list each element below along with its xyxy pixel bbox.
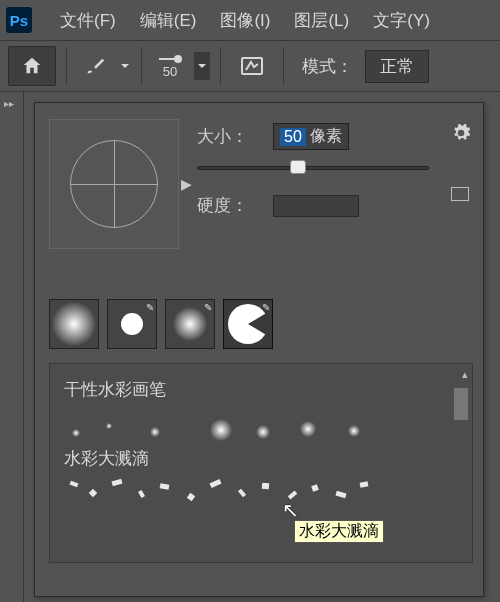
brush-group-2-title[interactable]: 水彩大溅滴 xyxy=(64,447,448,470)
pressure-badge-icon: ✎ xyxy=(204,302,212,313)
home-icon xyxy=(21,55,43,77)
svg-rect-1 xyxy=(159,58,174,60)
pressure-badge-icon: ✎ xyxy=(146,302,154,313)
svg-rect-2 xyxy=(242,58,262,74)
brush-tooltip: 水彩大溅滴 xyxy=(294,520,384,543)
left-dock: ▸▸ xyxy=(0,92,24,602)
recent-brush-3[interactable]: ✎ xyxy=(165,299,215,349)
size-label: 大小： xyxy=(197,125,261,148)
separator xyxy=(141,47,142,85)
svg-point-0 xyxy=(174,55,182,63)
size-input[interactable]: 50 像素 xyxy=(273,123,349,150)
brush-group-1-title[interactable]: 干性水彩画笔 xyxy=(64,378,448,401)
panel-icon xyxy=(240,55,264,77)
blend-mode-label: 模式： xyxy=(302,55,353,78)
menu-edit[interactable]: 编辑(E) xyxy=(130,5,207,36)
brush-angle-preview[interactable]: ▶ xyxy=(49,119,179,249)
brush-preset-panel: ▶ 大小： 50 像素 硬度： xyxy=(34,102,484,597)
brush-group-1-preview[interactable] xyxy=(60,403,448,443)
panel-menu-button[interactable] xyxy=(451,123,471,147)
brush-size-display: 50 xyxy=(163,64,177,79)
app-logo: Ps xyxy=(6,7,32,33)
pressure-badge-icon: ✎ xyxy=(262,302,270,313)
hardness-label: 硬度： xyxy=(197,194,261,217)
brush-icon xyxy=(84,55,106,77)
size-slider[interactable] xyxy=(197,166,429,170)
size-value: 50 xyxy=(280,128,306,146)
scroll-up-icon[interactable]: ▴ xyxy=(462,368,468,381)
options-toolbar: 50 模式： 正常 xyxy=(0,40,500,92)
brush-preset-dropdown[interactable] xyxy=(194,52,210,80)
menu-image[interactable]: 图像(I) xyxy=(210,5,280,36)
hardness-input[interactable] xyxy=(273,195,359,217)
brush-preset-button[interactable]: 50 xyxy=(152,54,188,79)
blend-mode-select[interactable]: 正常 xyxy=(365,50,429,83)
separator xyxy=(66,47,67,85)
recent-brushes: ✎ ✎ ✎ xyxy=(35,299,483,349)
tool-brush-indicator[interactable] xyxy=(77,48,113,84)
brush-tool-dropdown[interactable] xyxy=(119,60,131,72)
flip-brush-button[interactable] xyxy=(451,187,469,201)
preview-play-icon[interactable]: ▶ xyxy=(181,176,192,192)
size-unit: 像素 xyxy=(306,126,342,147)
recent-brush-1[interactable] xyxy=(49,299,99,349)
menu-type[interactable]: 文字(Y) xyxy=(363,5,440,36)
brush-groups-list[interactable]: ▴ 干性水彩画笔 水彩大溅滴 xyxy=(49,363,473,563)
chevron-down-icon xyxy=(119,60,131,72)
brush-group-2-preview[interactable] xyxy=(60,472,448,508)
preview-circle xyxy=(70,140,158,228)
menu-file[interactable]: 文件(F) xyxy=(50,5,126,36)
expand-dock-icon[interactable]: ▸▸ xyxy=(4,98,14,109)
chevron-down-icon xyxy=(196,60,208,72)
brush-tip-icon xyxy=(157,54,183,64)
brush-settings-toggle[interactable] xyxy=(231,48,273,84)
menubar: Ps 文件(F) 编辑(E) 图像(I) 图层(L) 文字(Y) xyxy=(0,0,500,40)
workspace: ▸▸ ▶ 大小： 50 像素 硬度： xyxy=(0,92,500,602)
home-button[interactable] xyxy=(8,46,56,86)
size-slider-thumb[interactable] xyxy=(290,160,306,174)
separator xyxy=(283,47,284,85)
separator xyxy=(220,47,221,85)
menu-layer[interactable]: 图层(L) xyxy=(284,5,359,36)
gear-icon xyxy=(451,123,471,143)
recent-brush-4-selected[interactable]: ✎ xyxy=(223,299,273,349)
recent-brush-2[interactable]: ✎ xyxy=(107,299,157,349)
scrollbar-thumb[interactable] xyxy=(454,388,468,420)
